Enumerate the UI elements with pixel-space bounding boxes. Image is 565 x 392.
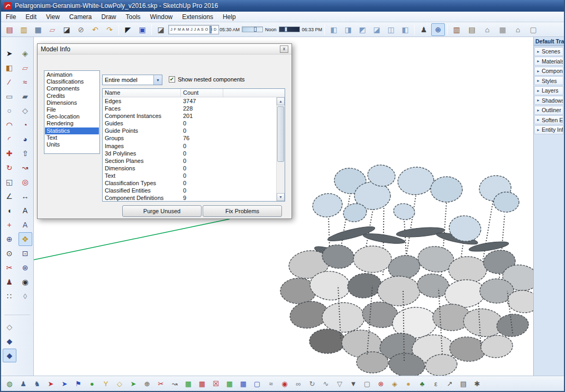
category-item[interactable]: Credits [45,93,99,99]
menu-item[interactable]: Camera [65,12,97,22]
epsilon-icon[interactable]: ε [430,378,442,389]
left-view-button[interactable]: ◧ [398,23,412,36]
sphere-icon[interactable]: ● [86,378,98,389]
scroll-up-icon[interactable]: ▲ [277,97,285,105]
person-icon[interactable]: ♟ [17,378,30,389]
resize-icon[interactable]: ↗ [443,378,456,389]
back-view-button[interactable]: ◫ [384,23,398,36]
save-button[interactable]: ▦ [31,23,45,36]
red-arrow-icon[interactable]: ➤ [44,378,57,389]
tray-section-scenes[interactable]: ► Scenes [534,47,563,56]
category-item[interactable]: Text [45,134,99,141]
category-item[interactable]: Geo-location [45,113,99,120]
dialog-title-bar[interactable]: Model Info x [38,44,291,54]
tray-section-styles[interactable]: ► Styles [534,76,563,85]
wave-icon[interactable]: ≈ [265,378,277,389]
gear-icon[interactable]: ✱ [471,378,484,389]
show-nested-components-checkbox[interactable]: ✔ Show nested components [169,76,245,83]
crosshair-icon[interactable]: ⊕ [141,378,153,389]
shadow-date-slider[interactable]: J F M A M J J A S O N D [168,25,219,34]
push-pull-tool[interactable]: ⇧ [19,147,32,160]
scrollbar-thumb[interactable] [277,106,284,162]
green-grid-icon[interactable]: ▦ [182,378,195,389]
front-view-button[interactable]: ◩ [356,23,369,36]
orbit-button[interactable]: ⊕ [431,23,445,36]
make-component-tool[interactable]: ◈ [19,47,32,60]
walk-tool[interactable]: ∷ [3,289,16,303]
tray-section-entity-info[interactable]: ► Entity Info [534,125,563,134]
category-item[interactable]: Classifications [45,78,99,85]
evening-time-slider[interactable] [279,26,300,32]
arc-tool[interactable]: ◠ [3,118,16,132]
purge-unused-button[interactable]: Purge Unused [122,205,202,217]
square-icon[interactable]: ▢ [361,378,373,389]
close-icon[interactable]: x [280,45,288,53]
red-grid-icon[interactable]: ▦ [196,378,208,389]
section-plane-tool[interactable]: ◊ [19,289,32,303]
move-tool[interactable]: ✚ [3,147,16,160]
category-item[interactable]: Statistics [45,127,99,134]
offset-tool[interactable]: ◎ [19,175,32,189]
pin-icon[interactable]: ◉ [278,378,291,389]
menu-item[interactable]: Edit [21,12,41,22]
column-header-count[interactable]: Count [181,89,223,97]
menu-item[interactable]: Tools [121,12,145,22]
menu-item[interactable]: Extensions [177,12,218,22]
component-attributes-button[interactable]: ▤ [465,23,479,36]
eraser-tool[interactable]: ▱ [19,61,32,75]
zoom-window-tool[interactable]: ⊡ [19,247,32,260]
freehand-tool[interactable]: ≈ [19,75,32,89]
push-pull-button[interactable]: ◤ [121,23,135,36]
paint-bucket-tool[interactable]: ◧ [3,61,16,75]
position-camera-button[interactable]: ♟ [417,23,431,36]
rotate-tool[interactable]: ↻ [3,161,16,175]
tray-section-outliner[interactable]: ► Outliner [534,106,563,115]
time-slider-handle[interactable] [285,27,287,32]
text-tool[interactable]: A [19,204,32,217]
style-edges-tool[interactable]: ◇ [3,320,16,334]
zoom-extents-tool[interactable]: ⊛ [19,261,32,275]
circle-tool[interactable]: ○ [3,104,16,117]
scope-dropdown[interactable]: Entire model ▼ [102,75,162,85]
category-item[interactable]: Animation [45,71,99,78]
iso-view-button[interactable]: ◧ [327,23,341,36]
checkbox-check-icon[interactable]: ✔ [169,76,175,83]
page-setup-button[interactable]: ▢ [526,23,540,36]
red-x-grid-icon[interactable]: ☒ [209,378,222,389]
scissors-icon[interactable]: ✂ [154,378,167,389]
undo-button[interactable]: ↶ [88,23,102,36]
paint-button[interactable]: ◪ [60,23,74,36]
category-item[interactable]: Dimensions [45,99,99,106]
eraser-button[interactable]: ▱ [45,23,59,36]
style-hidden-line-tool[interactable]: ◆ [3,334,16,348]
date-slider-handle[interactable] [209,26,212,33]
menu-item[interactable]: View [41,12,65,22]
tray-section-materials[interactable]: ► Materials [534,57,563,66]
knot-icon[interactable]: ∞ [292,378,305,389]
two-point-arc-tool[interactable]: ◜ [3,132,16,146]
previous-view-tool[interactable]: ✂ [3,261,16,275]
tape-measure-tool[interactable]: ∠ [3,189,16,203]
materials-button[interactable]: ▣ [135,23,149,36]
rectangle-tool[interactable]: ▭ [3,89,16,103]
line-tool[interactable]: ∕ [3,75,16,89]
look-around-tool[interactable]: ◉ [19,275,32,289]
new-button[interactable]: ▤ [3,23,16,36]
select-tool[interactable]: ➤ [3,47,16,60]
home-button[interactable]: ⌂ [480,23,494,36]
squiggle-icon[interactable]: ∿ [320,378,332,389]
morning-time-slider[interactable] [242,26,263,32]
top-view-button[interactable]: ◨ [341,23,355,36]
green-grid2-icon[interactable]: ▦ [223,378,236,389]
menu-item[interactable]: File [1,12,21,22]
pie-tool[interactable]: ◔ [19,118,32,132]
protractor-tool[interactable]: ◖ [3,204,16,217]
rotated-rectangle-tool[interactable]: ▰ [19,89,32,103]
menu-item[interactable]: Window [145,12,178,22]
dark-triangle-icon[interactable]: ▼ [347,378,360,389]
chevron-down-icon[interactable]: ▼ [153,75,162,85]
polygon-tool[interactable]: ◇ [19,104,32,117]
tray-section-soften-edges[interactable]: ► Soften Edges [534,115,563,124]
diamond-icon[interactable]: ◇ [113,378,126,389]
tray-section-shadows[interactable]: ► Shadows [534,96,563,105]
